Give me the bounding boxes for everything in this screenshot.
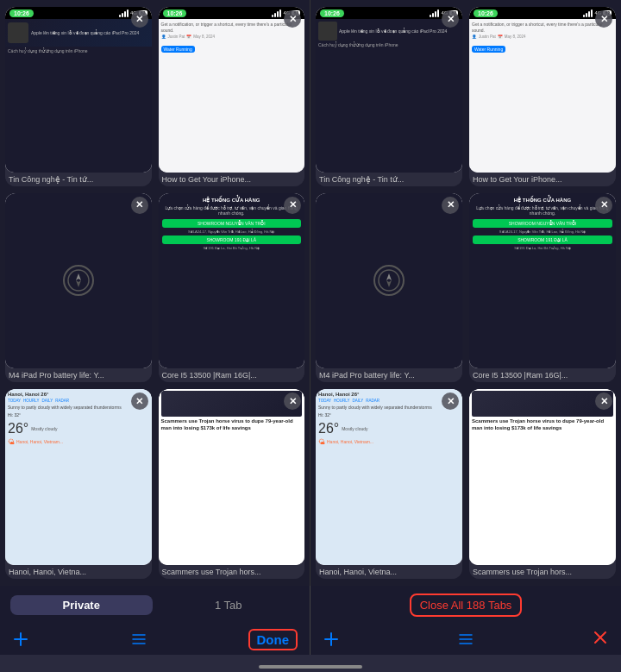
svg-marker-5 (386, 280, 392, 287)
right-tab-grid: ✕ 10:26 4G 82 (310, 0, 621, 586)
tab-title-ipad-1: M4 iPad Pro battery life: Y... (5, 368, 152, 382)
close-tab-news-1[interactable]: ✕ (131, 10, 148, 28)
tab-card-store-r4[interactable]: ✕ HỆ THỐNG CỬA HÀNG Lựa chọn cửa hàng để… (469, 193, 616, 383)
close-tab-article-r2[interactable]: ✕ (595, 10, 612, 28)
tab-daily-r5: DAILY (353, 399, 364, 403)
close-tab-ipad-1[interactable]: ✕ (131, 197, 148, 214)
tab-title-safari-r3: M4 iPad Pro battery life: Y... (316, 368, 462, 382)
weather-card-content: Hanoi, Hanoi 26° TODAY HOURLY DAILY RADA… (5, 389, 152, 565)
weather-current: 26° Mostly cloudy (8, 421, 149, 436)
showroom1-addr-r4: Số LA24-17, Nguyễn Văn Trỗi, Hồ Lao, Hải… (473, 229, 612, 234)
tab-card-news-2[interactable]: ✕ 10:26 4G 82 (316, 7, 462, 186)
tab-card-store-1[interactable]: ✕ HỆ THỐNG CỬA HÀNG Lựa chọn cửa hàng để… (159, 193, 305, 383)
signal-icon-r1 (430, 9, 439, 17)
weather-temp: 26° (8, 421, 28, 436)
close-tab-weather-1[interactable]: ✕ (131, 393, 148, 410)
scammer-card-content: Scammers use Trojan horse virus to dupe … (159, 389, 305, 565)
signal-icon-r2 (583, 9, 593, 17)
water-badge-r2: Water Running (472, 46, 505, 53)
status-bar-r1: 10:26 4G 82 (316, 7, 462, 19)
dark-safari-r3 (316, 193, 462, 369)
close-tab-iphone-1[interactable]: ✕ (284, 10, 301, 28)
showroom1-r4: SHOWROOM NGUYỄN VĂN TRỖI (473, 219, 612, 228)
weather-city-r5: Hanoi, Hanoi 26° (318, 392, 359, 397)
private-mode-btn[interactable]: Private (10, 595, 153, 615)
tab-list-btn-right[interactable] (457, 631, 474, 648)
weather-header: Hanoi, Hanoi 26° (8, 392, 149, 397)
weather-tabs-row: TODAY HOURLY DAILY RADAR (8, 399, 149, 403)
tab-title-scammer-1: Scammers use Trojan hors... (159, 565, 305, 579)
weather-desc-r5: Mostly cloudy (342, 426, 367, 431)
status-bar-2: 10:26 4G 82 (159, 7, 305, 19)
tab-card-scammer-r6[interactable]: ✕ Scammers use Trojan horse virus to dup… (469, 389, 616, 579)
right-panel: ✕ 10:26 4G 82 (310, 0, 621, 586)
scammer-r6: Scammers use Trojan horse virus to dupe … (469, 389, 616, 565)
author-r2: Justin Pat (479, 35, 496, 39)
tab-today-r5: TODAY (318, 399, 331, 403)
weather-temp-r5: 26° (318, 421, 339, 436)
showroom1-addr: Số LA24-17, Nguyễn Văn Trỗi, Hồ Lao, Hải… (162, 229, 302, 234)
author-icon: 👤 (161, 35, 166, 39)
weather-current-r5: 26° Mostly cloudy (318, 421, 460, 436)
tab-radar-r5: RADAR (366, 399, 380, 403)
svg-marker-4 (386, 273, 392, 280)
weather-label-r5: Hanoi, Hanoi, Vietnam... (327, 439, 373, 444)
store-r4: HỆ THỐNG CỬA HÀNG Lựa chọn cửa hàng để đ… (469, 193, 616, 369)
tab-card-scammer-1[interactable]: ✕ Scammers use Trojan horse virus to dup… (159, 389, 305, 579)
status-time-r1: 10:26 (320, 9, 344, 17)
tab-card-iphone-1[interactable]: ✕ 10:26 4G 82 Get a notification, (159, 7, 305, 186)
tab-card-news-1[interactable]: ✕ 10:26 4G 82 (5, 7, 152, 186)
tab-card-ipad-1[interactable]: ✕ M4 iPad Pro battery life: Y... (5, 193, 152, 383)
done-btn-left[interactable]: Done (248, 629, 298, 650)
author-icon-r2: 👤 (472, 35, 477, 39)
tab-card-weather-r5[interactable]: ✕ Hanoi, Hanoi 26° TODAY HOURLY DAILY RA… (316, 389, 462, 579)
tab-title-weather-r5: Hanoi, Hanoi, Vietna... (316, 565, 462, 579)
tab-card-weather-1[interactable]: ✕ Hanoi, Hanoi 26° TODAY HOURLY DAILY RA… (5, 389, 152, 579)
apple-thumb (8, 22, 28, 43)
svg-point-3 (379, 270, 399, 291)
close-tab-safari-r3[interactable]: ✕ (442, 197, 459, 214)
left-tab-grid: ✕ 10:26 4G 82 (0, 0, 310, 586)
tab-card-article-r2[interactable]: ✕ 10:26 4G 82 Get a notification, (469, 7, 616, 186)
tab-list-btn-left[interactable] (130, 631, 147, 648)
news-image: Apple lên tiếng xin lỗi về đoạn quảng cá… (5, 19, 152, 47)
close-all-tabs-btn[interactable]: Close All 188 Tabs (410, 593, 523, 617)
tab-radar: RADAR (55, 399, 69, 403)
tab-title-news-r1: Tin Công nghệ - Tin tứ... (316, 173, 462, 186)
home-indicator (0, 655, 621, 672)
showroom2-addr-r4: Số 191 Đại La, Hai Bà Trưng, Hà Nội (473, 246, 612, 250)
showroom2-r4: SHOWROOM 191 ĐẠI LÀ (473, 236, 612, 244)
store-desc: Lựa chọn cửa hàng để được hỗ trợ, tư vấn… (162, 205, 302, 217)
water-running-badge: Water Running (161, 46, 195, 53)
right-toolbar: Close All 188 Tabs (310, 586, 621, 655)
weather-condition-r5: Sunny to partly cloudy with widely separ… (318, 405, 460, 411)
tab-title-weather-1: Hanoi, Hanoi, Vietna... (5, 565, 152, 579)
close-tab-store-r4[interactable]: ✕ (595, 197, 612, 214)
article-r2-meta: 👤 Justin Pat 📅 May 8, 2024 (472, 35, 613, 39)
weather-city-label: Hanoi, Hanoi, Vietnam... (16, 439, 63, 444)
status-time-1: 10:26 (9, 9, 34, 17)
compass-icon-r3 (373, 265, 405, 296)
close-tab-news-2[interactable]: ✕ (442, 10, 459, 28)
tab-title-store-1: Core I5 13500 |Ram 16G|... (159, 368, 305, 382)
scammer-image (161, 391, 303, 417)
weather-sun-r5: 🌤 (318, 438, 325, 446)
article-date: May 8, 2024 (193, 35, 215, 39)
tab-card-safari-r3[interactable]: ✕ M4 iPad Pro battery life: Y... (316, 193, 462, 383)
author-name: Justin Pat (168, 35, 185, 39)
add-tab-btn-right[interactable] (323, 631, 340, 648)
dark-safari-content (5, 193, 152, 369)
store-title-r4: HỆ THỐNG CỬA HÀNG (473, 197, 612, 203)
close-tab-store-1[interactable]: ✕ (284, 197, 301, 214)
tab-title-news-1: Tin Công nghệ - Tin tứ... (5, 173, 152, 186)
news-headline-r1: Apple lên tiếng xin lỗi về đoạn quảng cá… (339, 28, 447, 35)
close-icon-right[interactable] (592, 629, 609, 650)
weather-hi-r5: Hi: 32° (318, 412, 460, 418)
weather-condition: Sunny to partly cloudy with widely separ… (8, 405, 149, 411)
add-tab-btn-left[interactable] (12, 631, 29, 648)
normal-mode-btn[interactable]: 1 Tab (158, 595, 300, 615)
store-title: HỆ THỐNG CỬA HÀNG (162, 197, 302, 203)
scammer-headline: Scammers use Trojan horse virus to dupe … (161, 418, 303, 432)
news-card-content: Apple lên tiếng xin lỗi về đoạn quảng cá… (5, 19, 152, 173)
news-headline-1: Apple lên tiếng xin lỗi về đoạn quảng cá… (31, 30, 139, 36)
